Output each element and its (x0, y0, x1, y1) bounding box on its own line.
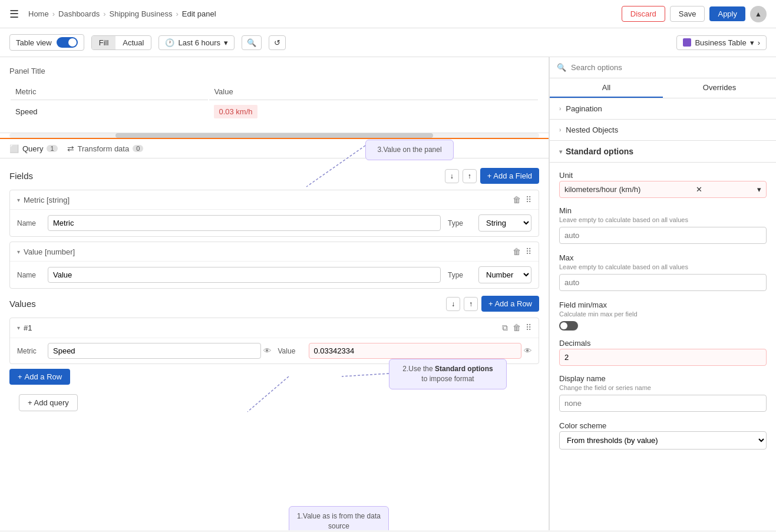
value-number-input[interactable] (309, 343, 522, 359)
field-name-value: Value [number] (24, 247, 75, 256)
value-badge: 0.03 km/h (214, 105, 257, 118)
drag-field-value-handle[interactable]: ⠿ (526, 247, 531, 256)
field-body-metric: Name Type String Number (10, 209, 539, 236)
row-metric-cell: Speed (11, 101, 208, 122)
toolbar2: Table view Fill Actual 🕐 Last 6 hours ▾ … (0, 28, 776, 57)
scrollbar-area[interactable] (9, 133, 539, 138)
copy-value-button[interactable]: ⧉ (502, 323, 508, 333)
std-options-label: Standard options (566, 147, 633, 156)
col-value: Value (209, 84, 538, 100)
actual-option[interactable]: Actual (115, 36, 151, 49)
drag-field-metric-handle[interactable]: ⠿ (526, 195, 531, 204)
avatar[interactable]: ▲ (750, 6, 767, 22)
delete-field-metric-button[interactable]: 🗑 (513, 195, 521, 204)
unit-select[interactable]: kilometers/hour (km/h) ✕ ▾ (559, 181, 767, 198)
field-type-select-value[interactable]: Number String (478, 266, 531, 283)
metric-eye-button[interactable]: 👁 (263, 346, 271, 355)
add-row-label: Add a Row (25, 372, 62, 381)
fill-actual-toggle[interactable]: Fill Actual (91, 35, 152, 50)
filter-tab-overrides[interactable]: Overrides (663, 78, 776, 98)
datasource-label: Business Table (695, 38, 746, 47)
value-eye-button[interactable]: 👁 (524, 346, 531, 355)
drag-value-handle[interactable]: ⠿ (526, 323, 531, 333)
add-another-row-button[interactable]: + Add a Row (9, 369, 70, 385)
refresh-button[interactable]: ↺ (269, 35, 286, 50)
query-badge: 1 (47, 145, 57, 152)
min-input[interactable] (559, 227, 767, 244)
apply-button[interactable]: Apply (709, 6, 745, 21)
delete-field-value-button[interactable]: 🗑 (513, 247, 521, 256)
field-chevron-value-icon: ▾ (17, 249, 20, 255)
query-tab-query[interactable]: ⬜ Query 1 (9, 144, 58, 153)
breadcrumb-sep2: › (103, 9, 105, 18)
transform-tab[interactable]: ⇄ Transform data 0 (67, 144, 144, 153)
col-metric: Metric (11, 84, 208, 100)
nested-objects-section: › Nested Objects (550, 120, 776, 141)
values-sort-down-button[interactable]: ↓ (446, 297, 460, 311)
add-field-button[interactable]: + Add a Field (480, 168, 539, 184)
breadcrumb-shipping[interactable]: Shipping Business (109, 9, 172, 18)
datasource-icon (683, 38, 691, 47)
decimals-input[interactable] (559, 349, 767, 366)
field-header-metric[interactable]: ▾ Metric [string] 🗑 ⠿ (10, 190, 539, 209)
max-label: Max (559, 253, 767, 262)
time-range-button[interactable]: 🕐 Last 6 hours ▾ (158, 35, 235, 50)
field-type-select-metric[interactable]: String Number (478, 214, 531, 232)
std-options-header[interactable]: ▾ Standard options (550, 141, 776, 163)
min-hint: Leave empty to calculate based on all va… (559, 216, 767, 223)
table-view-switch[interactable] (57, 37, 78, 48)
topbar-right: Discard Save Apply ▲ (622, 6, 767, 22)
color-scheme-select[interactable]: From thresholds (by value) (559, 431, 767, 450)
field-item-metric: ▾ Metric [string] 🗑 ⠿ Name Type String N… (9, 190, 539, 237)
max-input[interactable] (559, 274, 767, 291)
field-chevron-icon: ▾ (17, 197, 20, 203)
add-query-button[interactable]: + Add query (19, 394, 78, 411)
unit-chevron-icon[interactable]: ▾ (757, 185, 761, 194)
value-id: #1 (24, 323, 32, 332)
value-item-1: ▾ #1 ⧉ 🗑 ⠿ Metric 👁 (9, 318, 539, 364)
sort-down-button[interactable]: ↓ (445, 169, 459, 183)
row-value-cell: 0.03 km/h (209, 101, 538, 122)
breadcrumb-home[interactable]: Home (28, 9, 49, 18)
pagination-header[interactable]: › Pagination (550, 98, 776, 119)
field-actions: 🗑 ⠿ (513, 195, 531, 204)
datasource-selector[interactable]: Business Table ▾ › (676, 35, 767, 50)
field-name-input[interactable] (48, 215, 441, 231)
hamburger-icon[interactable]: ☰ (9, 8, 19, 21)
fields-controls: ↓ ↑ + Add a Field (445, 168, 539, 184)
add-row-button[interactable]: + Add a Row (481, 296, 539, 312)
unit-value: kilometers/hour (km/h) (564, 185, 640, 194)
field-minmax-hint: Calculate min max per field (559, 310, 767, 318)
search-input[interactable] (571, 63, 769, 72)
breadcrumb-dashboards[interactable]: Dashboards (58, 9, 100, 18)
field-minmax-toggle[interactable] (559, 321, 578, 331)
values-sort-up-button[interactable]: ↑ (464, 297, 478, 311)
table-view-toggle[interactable]: Table view (9, 34, 84, 51)
fill-option[interactable]: Fill (92, 36, 116, 49)
value-header-1-left: ▾ #1 (17, 323, 32, 332)
query-tabs: ⬜ Query 1 ⇄ Transform data 0 (0, 138, 549, 158)
field-minmax-label: Field min/max (559, 300, 767, 309)
zoom-button[interactable]: 🔍 (242, 35, 262, 50)
unit-label: Unit (559, 171, 767, 180)
delete-value-button[interactable]: 🗑 (513, 323, 521, 333)
filter-tabs: All Overrides (550, 78, 776, 98)
field-header-value-left: ▾ Value [number] (17, 247, 75, 256)
filter-tab-all[interactable]: All (550, 78, 663, 98)
display-name-input[interactable] (559, 395, 767, 412)
plus-icon: + (18, 372, 22, 381)
breadcrumb-sep3: › (176, 9, 178, 18)
topbar-left: ☰ Home › Dashboards › Shipping Business … (9, 8, 216, 21)
search-icon: 🔍 (557, 63, 566, 72)
ds-expand-icon: › (758, 38, 760, 47)
nested-objects-header[interactable]: › Nested Objects (550, 120, 776, 140)
save-button[interactable]: Save (670, 6, 705, 22)
value-metric-input[interactable] (48, 343, 261, 359)
discard-button[interactable]: Discard (622, 6, 665, 22)
sort-up-button[interactable]: ↑ (463, 169, 477, 183)
values-title: Values (9, 299, 36, 309)
scrollbar-thumb (115, 133, 433, 138)
field-value-name-input[interactable] (48, 267, 441, 283)
unit-clear-icon[interactable]: ✕ (696, 185, 702, 194)
field-header-value[interactable]: ▾ Value [number] 🗑 ⠿ (10, 242, 539, 261)
